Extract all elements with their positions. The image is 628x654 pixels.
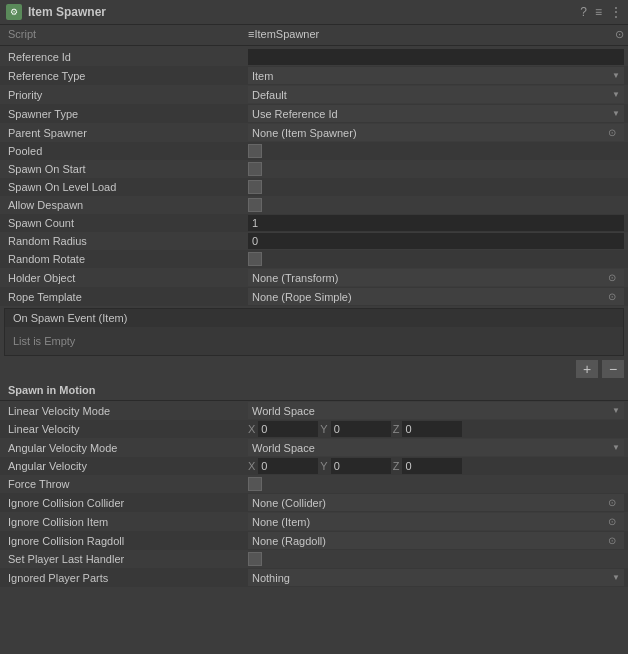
field-set-player-last-handler (248, 552, 628, 566)
menu-icon[interactable]: ⋮ (610, 5, 622, 19)
field-ignore-collision-collider: None (Collider) ⊙ (248, 494, 628, 511)
obj-btn-holder-object[interactable]: ⊙ (604, 270, 620, 286)
linear-velocity-y[interactable] (331, 421, 391, 437)
obj-ignore-collision-collider: None (Collider) ⊙ (248, 494, 624, 511)
label-angular-velocity: Angular Velocity (0, 460, 248, 472)
dropdown-ignored-player-parts[interactable]: Nothing ▼ (248, 569, 624, 586)
row-ignored-player-parts: Ignored Player Parts Nothing ▼ (0, 568, 628, 587)
field-spawn-count (248, 215, 628, 231)
obj-ignore-collision-item: None (Item) ⊙ (248, 513, 624, 530)
checkbox-spawn-on-level-load[interactable] (248, 180, 262, 194)
checkbox-spawn-on-start[interactable] (248, 162, 262, 176)
chevron-down-icon: ▼ (612, 406, 620, 415)
x-label-av: X (248, 460, 255, 472)
main-rows: Reference Id Reference Type Item ▼ Prior… (0, 48, 628, 306)
checkbox-allow-despawn[interactable] (248, 198, 262, 212)
script-row: Script ≡ItemSpawner ⊙ (0, 25, 628, 43)
chevron-down-icon: ▼ (612, 109, 620, 118)
dropdown-linear-velocity-mode[interactable]: World Space ▼ (248, 402, 624, 419)
checkbox-pooled[interactable] (248, 144, 262, 158)
angular-velocity-z[interactable] (402, 458, 462, 474)
row-force-throw: Force Throw (0, 475, 628, 493)
row-priority: Priority Default ▼ (0, 85, 628, 104)
obj-parent-spawner: None (Item Spawner) ⊙ (248, 124, 624, 141)
row-holder-object: Holder Object None (Transform) ⊙ (0, 268, 628, 287)
input-random-radius[interactable] (248, 233, 624, 249)
chevron-down-icon: ▼ (612, 90, 620, 99)
angular-velocity-x[interactable] (258, 458, 318, 474)
field-reference-type[interactable]: Item ▼ (248, 67, 628, 84)
obj-btn-ignore-collision-ragdoll[interactable]: ⊙ (604, 533, 620, 549)
row-spawn-on-start: Spawn On Start (0, 160, 628, 178)
input-spawn-count[interactable] (248, 215, 624, 231)
dropdown-reference-type[interactable]: Item ▼ (248, 67, 624, 84)
row-random-rotate: Random Rotate (0, 250, 628, 268)
field-spawn-on-start (248, 162, 628, 176)
field-ignore-collision-item: None (Item) ⊙ (248, 513, 628, 530)
script-btn[interactable]: ⊙ (615, 28, 624, 41)
field-pooled (248, 144, 628, 158)
event-section: On Spawn Event (Item) List is Empty (4, 308, 624, 356)
label-pooled: Pooled (0, 145, 248, 157)
field-random-radius (248, 233, 628, 249)
chevron-down-icon: ▼ (612, 443, 620, 452)
input-reference-id[interactable] (248, 49, 624, 65)
label-rope-template: Rope Template (0, 291, 248, 303)
label-angular-velocity-mode: Angular Velocity Mode (0, 442, 248, 454)
label-parent-spawner: Parent Spawner (0, 127, 248, 139)
remove-event-button[interactable]: − (602, 360, 624, 378)
row-pooled: Pooled (0, 142, 628, 160)
dropdown-angular-velocity-mode[interactable]: World Space ▼ (248, 439, 624, 456)
field-linear-velocity: X Y Z (248, 421, 628, 437)
label-ignore-collision-collider: Ignore Collision Collider (0, 497, 248, 509)
x-label: X (248, 423, 255, 435)
event-header: On Spawn Event (Item) (5, 309, 623, 327)
obj-btn-rope-template[interactable]: ⊙ (604, 289, 620, 305)
label-reference-id: Reference Id (0, 51, 248, 63)
checkbox-set-player-last-handler[interactable] (248, 552, 262, 566)
z-label-av: Z (393, 460, 400, 472)
label-force-throw: Force Throw (0, 478, 248, 490)
dropdown-spawner-type[interactable]: Use Reference Id ▼ (248, 105, 624, 122)
spawn-in-motion-rows: Linear Velocity Mode World Space ▼ Linea… (0, 401, 628, 587)
label-ignore-collision-item: Ignore Collision Item (0, 516, 248, 528)
checkbox-force-throw[interactable] (248, 477, 262, 491)
field-allow-despawn (248, 198, 628, 212)
obj-btn-ignore-collision-item[interactable]: ⊙ (604, 514, 620, 530)
help-icon[interactable]: ? (580, 5, 587, 19)
field-angular-velocity-mode: World Space ▼ (248, 439, 628, 456)
y-label-av: Y (320, 460, 327, 472)
linear-velocity-x[interactable] (258, 421, 318, 437)
checkbox-random-rotate[interactable] (248, 252, 262, 266)
row-spawn-count: Spawn Count (0, 214, 628, 232)
script-field: ≡ItemSpawner ⊙ (248, 28, 628, 41)
spawn-in-motion-title: Spawn in Motion (0, 380, 628, 401)
row-ignore-collision-ragdoll: Ignore Collision Ragdoll None (Ragdoll) … (0, 531, 628, 550)
row-random-radius: Random Radius (0, 232, 628, 250)
row-reference-id: Reference Id (0, 48, 628, 66)
field-random-rotate (248, 252, 628, 266)
obj-holder-object: None (Transform) ⊙ (248, 269, 624, 286)
xyz-linear-velocity: X Y Z (248, 421, 624, 437)
panel: ⚙ Item Spawner ? ≡ ⋮ Script ≡ItemSpawner… (0, 0, 628, 587)
dropdown-priority[interactable]: Default ▼ (248, 86, 624, 103)
row-allow-despawn: Allow Despawn (0, 196, 628, 214)
row-linear-velocity: Linear Velocity X Y Z (0, 420, 628, 438)
y-label: Y (320, 423, 327, 435)
label-allow-despawn: Allow Despawn (0, 199, 248, 211)
add-event-button[interactable]: + (576, 360, 598, 378)
label-linear-velocity-mode: Linear Velocity Mode (0, 405, 248, 417)
label-spawn-on-start: Spawn On Start (0, 163, 248, 175)
obj-btn-ignore-collision-collider[interactable]: ⊙ (604, 495, 620, 511)
field-ignored-player-parts: Nothing ▼ (248, 569, 628, 586)
settings-icon[interactable]: ≡ (595, 5, 602, 19)
xyz-angular-velocity: X Y Z (248, 458, 624, 474)
angular-velocity-y[interactable] (331, 458, 391, 474)
label-spawn-count: Spawn Count (0, 217, 248, 229)
event-body: List is Empty (5, 327, 623, 355)
field-holder-object: None (Transform) ⊙ (248, 269, 628, 286)
obj-btn-parent-spawner[interactable]: ⊙ (604, 125, 620, 141)
linear-velocity-z[interactable] (402, 421, 462, 437)
row-rope-template: Rope Template None (Rope Simple) ⊙ (0, 287, 628, 306)
field-spawner-type: Use Reference Id ▼ (248, 105, 628, 122)
